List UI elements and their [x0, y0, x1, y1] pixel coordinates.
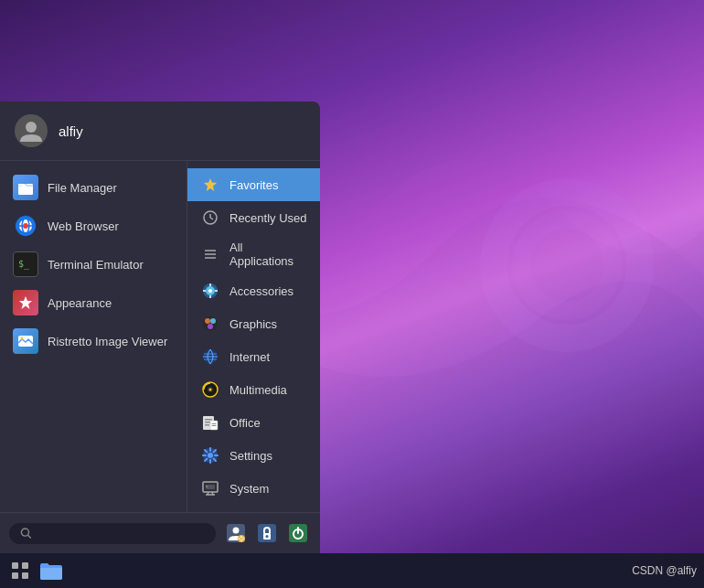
app-menu: alfiy File Manager — [0, 102, 320, 553]
category-internet[interactable]: Internet — [187, 340, 320, 373]
avatar — [15, 114, 48, 147]
svg-point-45 — [208, 453, 213, 458]
app-label-web-browser: Web Browser — [48, 219, 119, 233]
category-label-all-applications: All Applications — [229, 241, 307, 268]
svg-point-36 — [209, 389, 212, 391]
app-item-file-manager[interactable]: File Manager — [0, 168, 187, 207]
category-label-office: Office — [229, 416, 261, 430]
web-browser-icon — [13, 213, 38, 239]
svg-point-59 — [266, 535, 269, 538]
svg-line-14 — [210, 218, 213, 219]
svg-point-11 — [21, 337, 24, 340]
right-panel: Favorites Recently Used — [187, 161, 320, 512]
svg-point-26 — [205, 318, 210, 324]
apps-grid-icon — [11, 561, 29, 580]
menu-body: File Manager Web Browser — [0, 161, 320, 512]
internet-icon — [200, 347, 220, 367]
category-office[interactable]: Office — [187, 406, 320, 439]
search-wrapper — [9, 523, 216, 544]
category-label-internet: Internet — [229, 350, 270, 364]
category-label-recently-used: Recently Used — [229, 211, 307, 225]
category-label-accessories: Accessories — [229, 284, 293, 298]
search-bar — [0, 512, 320, 553]
category-recently-used[interactable]: Recently Used — [187, 201, 320, 234]
user-header: alfiy — [0, 102, 320, 161]
svg-rect-38 — [205, 419, 212, 421]
multimedia-icon — [200, 380, 220, 400]
grid-small-icon — [200, 244, 220, 264]
category-label-settings: Settings — [229, 449, 272, 463]
office-icon — [200, 412, 220, 433]
svg-point-27 — [210, 318, 216, 324]
category-graphics[interactable]: Graphics — [187, 307, 320, 340]
app-item-terminal[interactable]: $_ Terminal Emulator — [0, 245, 187, 283]
settings-icon — [200, 445, 220, 465]
graphics-icon — [200, 314, 220, 334]
app-label-terminal: Terminal Emulator — [48, 258, 144, 272]
category-accessories[interactable]: Accessories — [187, 274, 320, 307]
category-label-graphics: Graphics — [229, 317, 277, 331]
lock-button[interactable] — [254, 520, 280, 546]
app-label-appearance: Appearance — [48, 296, 112, 310]
svg-point-28 — [208, 324, 213, 329]
file-manager-icon — [13, 175, 38, 200]
svg-rect-42 — [212, 423, 217, 424]
username-label: alfiy — [59, 123, 83, 139]
search-input[interactable] — [37, 527, 205, 540]
svg-text:$_: $_ — [18, 259, 30, 270]
app-item-appearance[interactable]: Appearance — [0, 283, 187, 322]
folder-icon — [39, 561, 63, 581]
svg-rect-40 — [205, 424, 209, 426]
folder-button[interactable] — [38, 558, 64, 583]
clock-icon — [200, 208, 220, 228]
category-settings[interactable]: Settings — [187, 439, 320, 472]
svg-line-53 — [28, 535, 31, 538]
category-system[interactable]: System — [187, 472, 320, 505]
category-all-applications[interactable]: All Applications — [187, 234, 320, 274]
power-button[interactable] — [285, 520, 311, 546]
svg-point-52 — [21, 529, 28, 536]
app-label-file-manager: File Manager — [48, 181, 117, 195]
category-multimedia[interactable]: Multimedia — [187, 373, 320, 406]
taskbar: CSDN @alfiy — [0, 553, 704, 588]
category-favorites[interactable]: Favorites — [187, 168, 320, 201]
terminal-icon: $_ — [13, 251, 38, 277]
bottom-icons — [223, 520, 311, 546]
ristretto-icon — [13, 328, 38, 354]
star-icon — [200, 175, 220, 195]
taskbar-right-text: CSDN @alfiy — [632, 564, 697, 577]
taskbar-right: CSDN @alfiy — [632, 564, 697, 577]
svg-rect-63 — [12, 562, 18, 569]
accessories-icon — [200, 281, 220, 301]
left-panel: File Manager Web Browser — [0, 161, 187, 512]
user-icon — [18, 118, 44, 144]
app-item-web-browser[interactable]: Web Browser — [0, 207, 187, 245]
app-item-ristretto[interactable]: Ristretto Image Viewer — [0, 322, 187, 360]
search-icon — [20, 527, 32, 540]
taskbar-left — [7, 558, 64, 583]
svg-rect-64 — [22, 562, 28, 569]
app-label-ristretto: Ristretto Image Viewer — [48, 335, 167, 348]
category-label-system: System — [229, 482, 269, 496]
svg-rect-4 — [18, 184, 25, 186]
svg-rect-65 — [12, 572, 18, 579]
svg-point-55 — [233, 528, 240, 534]
apps-grid-button[interactable] — [7, 558, 33, 583]
svg-point-2 — [26, 122, 37, 133]
svg-rect-66 — [22, 572, 28, 579]
svg-rect-43 — [212, 425, 217, 426]
svg-point-8 — [23, 223, 28, 229]
system-icon — [200, 478, 220, 498]
category-label-multimedia: Multimedia — [229, 383, 287, 397]
user-settings-button[interactable] — [223, 520, 249, 546]
svg-point-20 — [208, 289, 212, 293]
category-label-favorites: Favorites — [229, 178, 278, 192]
appearance-icon — [13, 290, 38, 315]
